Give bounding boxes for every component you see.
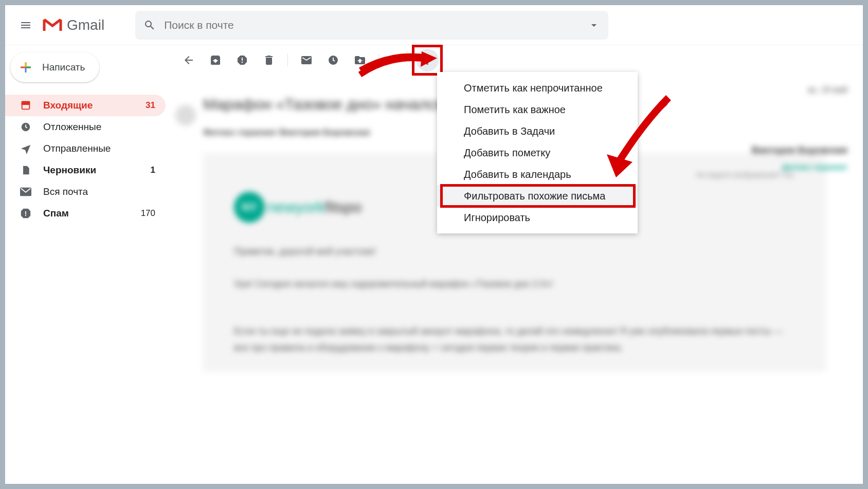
menu-mark-important[interactable]: Пометить как важное	[437, 99, 638, 120]
inbox-icon	[20, 99, 32, 112]
body: Написать Входящие 31 Отложенные Отправле…	[5, 45, 863, 484]
search-options-icon[interactable]	[588, 19, 600, 31]
mark-unread-button[interactable]	[295, 49, 318, 71]
menu-add-star[interactable]: Добавить пометку	[437, 142, 638, 164]
clock-icon	[20, 121, 32, 133]
nav-sent[interactable]: Отправленные	[5, 138, 166, 159]
gmail-logo[interactable]: Gmail	[42, 17, 104, 33]
archive-button[interactable]	[204, 49, 227, 71]
snooze-button[interactable]	[322, 49, 345, 71]
search-input[interactable]	[164, 19, 588, 31]
mail-icon	[20, 186, 32, 198]
main-menu-button[interactable]	[13, 13, 38, 38]
gmail-m-icon	[42, 17, 63, 33]
compose-button[interactable]: Написать	[10, 52, 99, 82]
brand-badge: NY	[234, 192, 265, 223]
spam-icon: !	[20, 207, 32, 220]
sent-icon	[20, 142, 32, 155]
svg-text:!: !	[25, 210, 27, 218]
sender-avatar	[175, 105, 196, 125]
toolbar-separator-2	[378, 54, 379, 66]
nav: Входящие 31 Отложенные Отправленные Черн…	[5, 95, 166, 224]
app-frame: Gmail Написать Входящие 31 Отл	[5, 5, 863, 484]
sidebar: Написать Входящие 31 Отложенные Отправле…	[5, 45, 166, 484]
search-icon	[143, 19, 156, 31]
delete-button[interactable]	[258, 49, 280, 71]
toolbar-separator	[287, 54, 288, 66]
back-button[interactable]	[177, 49, 200, 71]
menu-mute[interactable]: Игнорировать	[437, 207, 638, 228]
svg-rect-1	[22, 102, 30, 105]
toolbar	[166, 45, 863, 75]
plus-icon	[19, 60, 33, 75]
menu-add-to-tasks[interactable]: Добавить в Задачи	[437, 120, 638, 142]
nav-drafts[interactable]: Черновики 1	[5, 159, 166, 181]
mail-unread-icon	[300, 54, 313, 66]
hamburger-icon	[20, 19, 32, 31]
menu-mark-unread[interactable]: Отметить как непрочитанное	[437, 77, 638, 99]
svg-point-8	[426, 63, 428, 65]
nav-spam[interactable]: ! Спам 170	[5, 203, 166, 224]
archive-icon	[209, 54, 222, 66]
nav-snoozed[interactable]: Отложенные	[5, 116, 166, 138]
move-to-button[interactable]	[349, 49, 371, 71]
svg-point-7	[426, 59, 428, 61]
file-icon	[20, 164, 32, 176]
snooze-icon	[327, 54, 339, 66]
header: Gmail	[5, 5, 863, 45]
report-spam-button[interactable]	[231, 49, 254, 71]
report-icon	[236, 54, 248, 66]
svg-point-6	[426, 56, 428, 58]
more-vert-icon	[421, 54, 433, 66]
more-actions-menu: Отметить как непрочитанное Пометить как …	[437, 72, 638, 233]
email-date: вс, 19 май	[808, 85, 847, 95]
search-bar[interactable]	[135, 11, 608, 40]
trash-icon	[263, 54, 275, 66]
nav-inbox[interactable]: Входящие 31	[5, 95, 166, 116]
arrow-back-icon	[183, 54, 195, 66]
gmail-text: Gmail	[67, 17, 104, 33]
menu-add-calendar[interactable]: Добавить в календарь	[437, 164, 638, 185]
nav-allmail[interactable]: Вся почта	[5, 181, 166, 203]
compose-label: Написать	[42, 62, 85, 73]
move-icon	[354, 54, 366, 66]
menu-filter-similar[interactable]: Фильтровать похожие письма	[437, 185, 638, 207]
more-actions-button[interactable]	[416, 49, 439, 71]
